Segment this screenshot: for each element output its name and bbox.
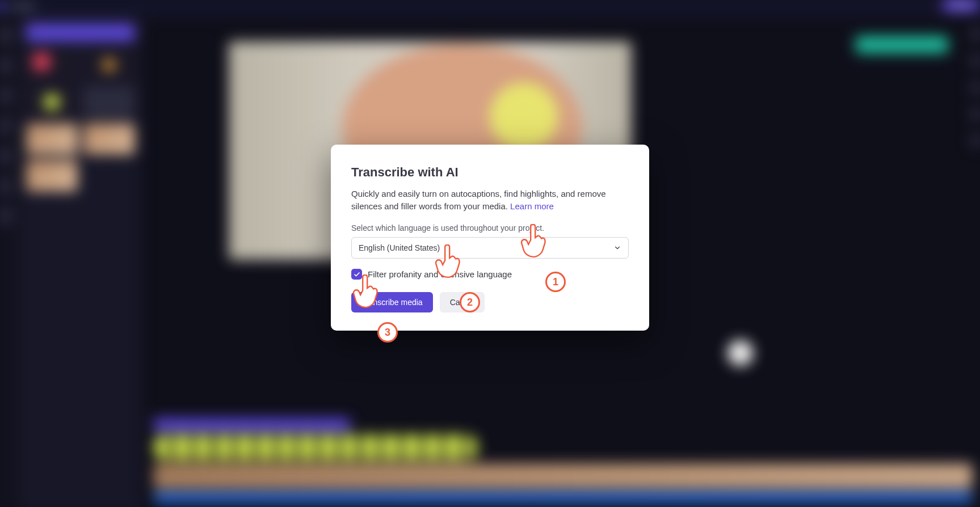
- modal-description: Quickly and easily turn on autocaptions,…: [351, 188, 629, 213]
- filter-profanity-checkbox[interactable]: [351, 269, 362, 280]
- transcribe-media-button[interactable]: Transcribe media: [351, 292, 433, 312]
- check-icon: [354, 271, 360, 278]
- modal-description-text: Quickly and easily turn on autocaptions,…: [351, 189, 606, 211]
- language-select[interactable]: English (United States): [351, 237, 629, 259]
- chevron-down-icon: [613, 244, 621, 252]
- learn-more-link[interactable]: Learn more: [510, 201, 554, 211]
- transcribe-modal: Transcribe with AI Quickly and easily tu…: [331, 145, 649, 331]
- filter-profanity-label: Filter profanity and offensive language: [368, 269, 512, 279]
- modal-overlay: Transcribe with AI Quickly and easily tu…: [0, 0, 980, 507]
- modal-title: Transcribe with AI: [351, 165, 629, 180]
- cancel-button[interactable]: Cancel: [440, 292, 485, 312]
- language-instruction: Select which language is used throughout…: [351, 223, 629, 233]
- language-selected-value: English (United States): [359, 243, 440, 252]
